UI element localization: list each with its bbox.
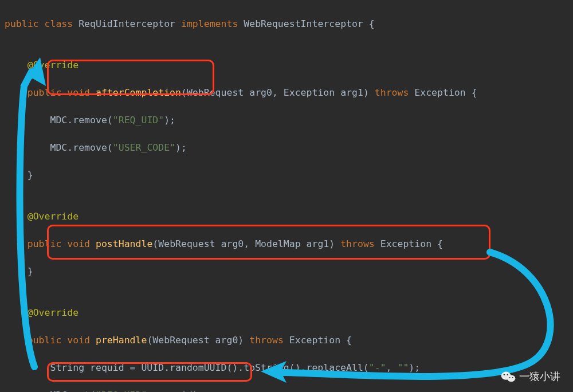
code-line: public class ReqUidInterceptor implement… [5, 17, 573, 31]
code-line: } [5, 265, 573, 279]
watermark-text: 一猿小讲 [519, 370, 560, 383]
svg-point-3 [507, 374, 508, 375]
code-line: @Override [5, 210, 573, 224]
code-line: MDC.remove("USER_CODE"); [5, 141, 573, 155]
code-line: MDC.put("REQ_UID", requid); [5, 389, 573, 392]
code-block: public class ReqUidInterceptor implement… [0, 0, 573, 392]
svg-point-4 [509, 377, 511, 378]
code-line: MDC.remove("REQ_UID"); [5, 113, 573, 127]
code-line: @Override [5, 306, 573, 320]
code-line: @Override [5, 58, 573, 72]
code-line: String requid = UUID.randomUUID().toStri… [5, 361, 573, 375]
code-line: public void afterCompletion(WebRequest a… [5, 86, 573, 100]
svg-point-2 [504, 374, 505, 375]
code-line: } [5, 168, 573, 182]
svg-point-5 [512, 377, 513, 378]
svg-point-1 [507, 375, 515, 382]
code-line: public void preHandle(WebRequest arg0) t… [5, 334, 573, 347]
watermark: 一猿小讲 [501, 370, 560, 383]
wechat-icon [501, 370, 516, 383]
code-line: public void postHandle(WebRequest arg0, … [5, 237, 573, 251]
